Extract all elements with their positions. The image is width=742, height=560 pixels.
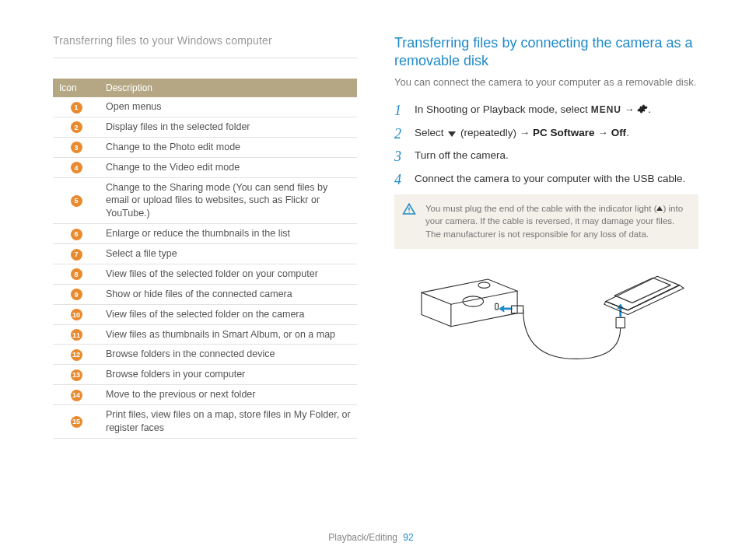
table-row: 15Print files, view files on a map, stor… (53, 405, 357, 439)
step-3: Turn off the camera. (394, 148, 698, 163)
svg-point-1 (408, 212, 410, 213)
table-row: 12Browse folders in the connected device (53, 345, 357, 365)
col-header-icon: Icon (53, 79, 100, 97)
num-icon: 13 (71, 369, 82, 381)
num-icon: 2 (71, 121, 82, 133)
num-icon: 12 (71, 349, 82, 361)
intro-text: You can connect the camera to your compu… (394, 75, 698, 89)
col-header-desc: Description (100, 79, 357, 97)
table-row: 8View files of the selected folder on yo… (53, 264, 357, 284)
desc: Change to the Sharing mode (You can send… (100, 177, 357, 224)
num-icon: 9 (71, 289, 82, 300)
table-row: 14Move to the previous or next folder (53, 385, 357, 405)
table-row: 7Select a file type (53, 244, 357, 264)
table-row: 2Display files in the selected folder (53, 117, 357, 137)
desc: Enlarge or reduce the thumbnails in the … (100, 224, 357, 244)
step-2: Select (repeatedly) → PC Software → Off. (394, 125, 698, 141)
desc: Print files, view files on a map, store … (100, 405, 357, 439)
table-row: 11View files as thumbnails in Smart Albu… (53, 324, 357, 345)
table-row: 10View files of the selected folder on t… (53, 304, 357, 324)
left-column: Transferring files to your Windows compu… (53, 34, 357, 439)
menu-icon: MENU (591, 104, 621, 115)
num-icon: 3 (71, 142, 82, 153)
num-icon: 8 (71, 268, 82, 280)
steps-list: In Shooting or Playback mode, select MEN… (394, 102, 698, 187)
step-4: Connect the camera to your computer with… (394, 171, 698, 187)
num-icon: 10 (71, 309, 82, 320)
num-icon: 14 (71, 390, 82, 401)
divider (53, 58, 357, 58)
svg-rect-5 (616, 317, 625, 327)
desc: Move to the previous or next folder (100, 385, 357, 405)
warning-box: You must plug the end of the cable with … (394, 194, 698, 249)
desc: Show or hide files of the connected came… (100, 284, 357, 304)
desc: Change to the Photo edit mode (100, 137, 357, 157)
num-icon: 6 (71, 229, 82, 240)
section-title: Transferring files by connecting the cam… (394, 34, 698, 71)
table-row: 1Open menus (53, 97, 357, 117)
right-column: Transferring files by connecting the cam… (394, 34, 698, 439)
desc: Change to the Video edit mode (100, 157, 357, 177)
gear-icon (637, 103, 648, 114)
icon-description-table: Icon Description 1Open menus 2Display fi… (53, 79, 357, 439)
desc: Select a file type (100, 244, 357, 264)
table-row: 9Show or hide files of the connected cam… (53, 284, 357, 304)
warning-icon (402, 202, 416, 220)
table-row: 13Browse folders in your computer (53, 365, 357, 385)
num-icon: 7 (71, 249, 82, 261)
desc: View files of the selected folder on the… (100, 304, 357, 324)
num-icon: 1 (71, 102, 82, 114)
page-header: Transferring files to your Windows compu… (53, 34, 357, 47)
num-icon: 11 (71, 329, 82, 341)
svg-rect-4 (495, 303, 498, 310)
desc: Display files in the selected folder (100, 117, 357, 137)
footer-section: Playback/Editing (328, 532, 397, 543)
chevron-down-icon (448, 131, 456, 137)
page-footer: Playback/Editing 92 (0, 532, 742, 543)
step-1: In Shooting or Playback mode, select MEN… (394, 102, 698, 117)
num-icon: 5 (71, 195, 82, 207)
desc: Browse folders in your computer (100, 365, 357, 385)
desc: Browse folders in the connected device (100, 345, 357, 365)
table-row: 5Change to the Sharing mode (You can sen… (53, 177, 357, 224)
num-icon: 4 (71, 162, 82, 173)
table-row: 4Change to the Video edit mode (53, 157, 357, 177)
svg-point-2 (478, 282, 489, 288)
table-row: 3Change to the Photo edit mode (53, 137, 357, 157)
table-row: 6Enlarge or reduce the thumbnails in the… (53, 224, 357, 244)
desc: View files as thumbnails in Smart Album,… (100, 324, 357, 345)
page-number: 92 (403, 532, 413, 543)
desc: Open menus (100, 97, 357, 117)
desc: View files of the selected folder on you… (100, 264, 357, 284)
connection-illustration (394, 263, 698, 383)
num-icon: 15 (71, 416, 82, 428)
